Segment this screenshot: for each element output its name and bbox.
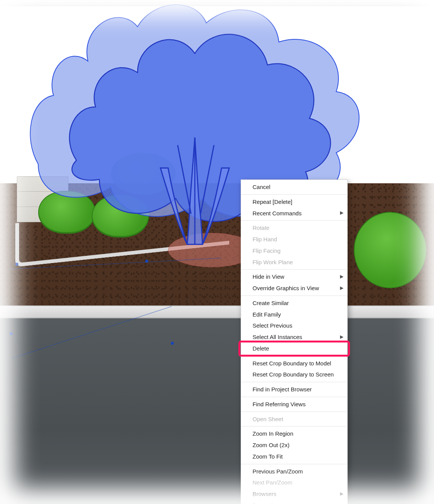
menu-item-label: Find in Project Browser — [253, 386, 312, 393]
chevron-right-icon: ▶ — [340, 210, 343, 216]
menu-item-repeat[interactable]: Repeat [Delete] — [241, 196, 347, 208]
menu-item-next-pan-zoom: Next Pan/Zoom — [241, 477, 347, 488]
menu-item-select-all-instances[interactable]: Select All Instances▶ — [241, 331, 347, 343]
menu-item-zoom-in-region[interactable]: Zoom In Region — [241, 428, 347, 439]
menu-item-label: Cancel — [253, 184, 270, 190]
menu-item-delete[interactable]: Delete — [241, 343, 347, 354]
menu-item-flip-facing: Flip Facing — [241, 245, 347, 257]
menu-item-label: Repeat [Delete] — [253, 199, 292, 205]
asphalt — [0, 318, 434, 504]
menu-item-label: Override Graphics in View — [253, 285, 319, 291]
context-menu[interactable]: CancelRepeat [Delete]Recent Commands▶Rot… — [241, 179, 348, 504]
menu-item-label: Rotate — [253, 225, 269, 231]
menu-item-browsers[interactable]: Browsers▶ — [241, 488, 347, 500]
menu-item-label: Select All Instances — [253, 334, 302, 340]
viewport-3d[interactable] — [0, 0, 434, 504]
menu-separator — [241, 412, 347, 412]
menu-item-label: Select Previous — [253, 322, 292, 329]
menu-item-find-referring-views[interactable]: Find Referring Views — [241, 399, 347, 410]
menu-item-hide-in-view[interactable]: Hide in View▶ — [241, 271, 347, 283]
control-point[interactable] — [145, 260, 148, 263]
menu-item-cancel[interactable]: Cancel — [241, 181, 347, 193]
menu-item-label: Flip Work Plane — [253, 259, 293, 265]
menu-item-zoom-to-fit[interactable]: Zoom To Fit — [241, 451, 347, 462]
curb — [0, 305, 434, 318]
menu-item-label: Zoom In Region — [253, 430, 293, 437]
menu-item-rotate: Rotate — [241, 222, 347, 234]
menu-item-open-sheet: Open Sheet — [241, 414, 347, 425]
menu-item-label: Reset Crop Boundary to Screen — [253, 371, 334, 378]
control-point[interactable] — [15, 263, 18, 266]
chevron-right-icon: ▶ — [340, 334, 343, 340]
menu-separator — [241, 397, 347, 397]
menu-separator — [241, 220, 347, 221]
chevron-right-icon: ▶ — [340, 285, 343, 291]
menu-item-label: Edit Family — [253, 311, 281, 318]
menu-item-find-project-browser[interactable]: Find in Project Browser — [241, 384, 347, 395]
menu-item-label: Reset Crop Boundary to Model — [253, 360, 331, 367]
menu-item-label: Properties — [253, 502, 279, 504]
menu-item-reset-crop-screen[interactable]: Reset Crop Boundary to Screen — [241, 369, 347, 380]
menu-separator — [241, 426, 347, 426]
menu-separator — [241, 464, 347, 464]
menu-item-create-similar[interactable]: Create Similar — [241, 297, 347, 309]
menu-item-label: Flip Hand — [253, 236, 277, 242]
check-icon: ✓ — [245, 502, 249, 504]
menu-item-label: Hide in View — [253, 273, 284, 280]
menu-item-label: Open Sheet — [253, 416, 283, 422]
menu-item-reset-crop-model[interactable]: Reset Crop Boundary to Model — [241, 358, 347, 369]
menu-item-label: Find Referring Views — [253, 401, 306, 407]
chevron-right-icon: ▶ — [340, 491, 343, 497]
menu-item-flip-hand: Flip Hand — [241, 234, 347, 245]
menu-item-previous-pan-zoom[interactable]: Previous Pan/Zoom — [241, 466, 347, 477]
menu-separator — [241, 296, 347, 296]
menu-item-flip-work-plane: Flip Work Plane — [241, 257, 347, 268]
menu-item-select-previous[interactable]: Select Previous — [241, 320, 347, 331]
menu-item-label: Next Pan/Zoom — [253, 479, 292, 486]
control-point[interactable] — [10, 332, 13, 335]
chevron-right-icon: ▶ — [340, 273, 343, 280]
menu-item-override-graphics[interactable]: Override Graphics in View▶ — [241, 283, 347, 294]
menu-item-label: Delete — [253, 345, 269, 352]
menu-item-label: Browsers — [253, 491, 277, 497]
menu-item-zoom-out-2x[interactable]: Zoom Out (2x) — [241, 439, 347, 451]
menu-separator — [241, 356, 347, 356]
menu-item-label: Flip Facing — [253, 247, 280, 254]
menu-separator — [241, 194, 347, 195]
menu-item-label: Previous Pan/Zoom — [253, 468, 303, 475]
menu-item-label: Zoom To Fit — [253, 453, 283, 460]
menu-item-label: Recent Commands — [253, 210, 301, 216]
menu-item-recent[interactable]: Recent Commands▶ — [241, 208, 347, 219]
menu-item-properties[interactable]: ✓Properties — [241, 500, 347, 504]
menu-item-edit-family[interactable]: Edit Family — [241, 309, 347, 320]
menu-separator — [241, 382, 347, 382]
menu-separator — [241, 269, 347, 270]
menu-item-label: Create Similar — [253, 300, 289, 306]
control-point[interactable] — [171, 342, 174, 345]
menu-item-label: Zoom Out (2x) — [253, 442, 290, 448]
